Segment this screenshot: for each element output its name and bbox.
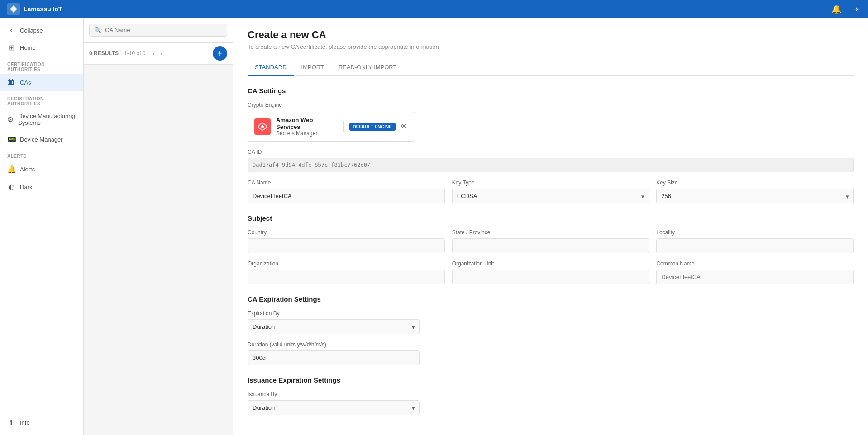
info-icon: ℹ (7, 418, 15, 427)
locality-label: Locality (656, 229, 854, 236)
state-label: State / Province (452, 229, 649, 236)
country-label: Country (248, 229, 445, 236)
logo-text: Lamassu IoT (24, 5, 62, 13)
duration-input[interactable] (248, 350, 420, 365)
issuance-by-select[interactable]: Duration Date (248, 400, 420, 415)
sidebar-item-alerts[interactable]: 🔔 Alerts (0, 161, 83, 178)
search-input[interactable] (105, 27, 222, 33)
country-field: Country (248, 229, 445, 253)
ca-id-field: CA ID 9ad17af4-9d94-4dfc-8b7c-f81bc7762e… (248, 149, 854, 172)
sidebar-item-info[interactable]: ℹ Info (0, 414, 83, 431)
layout: ‹ Collapse ⊞ Home Certification Authorit… (0, 18, 868, 435)
key-size-select[interactable]: 256 384 521 (656, 189, 854, 203)
search-icon: 🔍 (94, 27, 101, 33)
ca-id-value: 9ad17af4-9d94-4dfc-8b7c-f81bc7762e07 (248, 158, 854, 172)
key-type-select-wrapper: ECDSA RSA (452, 189, 649, 203)
view-engine-button[interactable]: 👁 (401, 123, 408, 131)
search-add-row: 0 RESULTS 1-10 of 0 ‹ › + (84, 43, 233, 65)
main-content: Create a new CA To create a new CA certi… (233, 18, 868, 435)
sidebar-item-device-mgr[interactable]: 📟 Device Manager (0, 131, 83, 148)
dark-mode-icon: ◐ (7, 183, 15, 191)
sidebar-bottom: ℹ Info (0, 410, 83, 435)
expiration-by-select[interactable]: Duration Date (248, 319, 420, 334)
tab-import[interactable]: IMPORT (294, 59, 331, 76)
expiration-by-label: Expiration By (248, 310, 420, 317)
organization-input[interactable] (248, 270, 445, 284)
chevron-left-icon: ‹ (7, 26, 15, 34)
sidebar-alerts-label: Alerts (20, 166, 35, 173)
sidebar-item-cas[interactable]: 🏛 CAs (0, 74, 83, 91)
org-unit-label: Organization Unit (452, 260, 649, 267)
pagination-info: 1-10 of 0 (124, 50, 145, 57)
sidebar-item-dark[interactable]: ◐ Dark (0, 178, 83, 196)
org-unit-input[interactable] (452, 270, 649, 284)
expiration-by-field: Expiration By Duration Date (248, 310, 420, 334)
subject-title: Subject (248, 214, 854, 222)
key-size-field: Key Size 256 384 521 (656, 180, 854, 203)
issuance-by-field: Issuance By Duration Date (248, 391, 420, 415)
tabs: STANDARD IMPORT READ-ONLY IMPORT (248, 59, 854, 76)
engine-name: Amazon Web Services (276, 117, 338, 130)
results-count: 0 RESULTS (89, 50, 119, 57)
middle-panel: 🔍 0 RESULTS 1-10 of 0 ‹ › + (84, 18, 233, 435)
crypto-engine-label: Crypto Engine (248, 102, 854, 108)
common-name-field: Common Name (656, 260, 854, 284)
locality-input[interactable] (656, 238, 854, 253)
home-icon: ⊞ (7, 43, 15, 52)
key-type-field: Key Type ECDSA RSA (452, 180, 649, 203)
expiration-by-select-wrapper: Duration Date (248, 319, 420, 334)
key-size-label: Key Size (656, 180, 854, 186)
topbar-actions: 🔔 ⇥ (830, 2, 861, 16)
topbar: Lamassu IoT 🔔 ⇥ (0, 0, 868, 18)
key-type-select[interactable]: ECDSA RSA (452, 189, 649, 203)
sidebar-device-mgr-label: Device Manager (20, 136, 63, 143)
collapse-label: Collapse (20, 27, 43, 34)
tab-standard[interactable]: STANDARD (248, 59, 294, 76)
key-size-select-wrapper: 256 384 521 (656, 189, 854, 203)
sidebar-info-label: Info (20, 419, 30, 426)
ca-name-input[interactable] (248, 189, 445, 203)
engine-divider (343, 121, 344, 132)
sidebar-dark-label: Dark (20, 184, 32, 190)
crypto-engine-box: Amazon Web Services Secrets Manager DEFA… (248, 112, 415, 142)
device-mgr-icon: 📟 (7, 135, 15, 144)
issuance-by-label: Issuance By (248, 391, 420, 397)
page-title: Create a new CA (248, 29, 854, 41)
logout-button[interactable]: ⇥ (850, 2, 861, 16)
default-engine-badge: DEFAULT ENGINE (349, 123, 396, 131)
subject-row-1: Country State / Province Locality (248, 229, 854, 253)
svg-point-1 (12, 7, 15, 11)
common-name-label: Common Name (656, 260, 854, 267)
org-unit-field: Organization Unit (452, 260, 649, 284)
add-ca-button[interactable]: + (213, 46, 227, 61)
sidebar-item-device-mfg[interactable]: ⚙ Device Manufacturing Systems (0, 108, 83, 131)
tab-readonly-import[interactable]: READ-ONLY IMPORT (331, 59, 404, 76)
ca-expiration-section: CA Expiration Settings (248, 295, 854, 303)
subject-row-2: Organization Organization Unit Common Na… (248, 260, 854, 284)
ca-settings-title: CA Settings (248, 87, 854, 95)
logo: Lamassu IoT (7, 3, 62, 15)
reg-auth-section-label: Registration Authorities (0, 91, 83, 108)
alerts-icon: 🔔 (7, 165, 15, 174)
sidebar-cas-label: CAs (20, 79, 31, 86)
collapse-button[interactable]: ‹ Collapse (0, 22, 83, 39)
issuance-by-select-wrapper: Duration Date (248, 400, 420, 415)
notifications-button[interactable]: 🔔 (830, 2, 843, 16)
prev-page-button[interactable]: ‹ (151, 49, 157, 58)
engine-sub: Secrets Manager (276, 130, 338, 137)
ca-expiration-title: CA Expiration Settings (248, 295, 854, 303)
ca-name-row: CA Name Key Type ECDSA RSA Key Size 256 (248, 180, 854, 203)
sidebar-item-home[interactable]: ⊞ Home (0, 39, 83, 57)
state-input[interactable] (452, 238, 649, 253)
country-input[interactable] (248, 238, 445, 253)
locality-field: Locality (656, 229, 854, 253)
results-info: 0 RESULTS 1-10 of 0 ‹ › (89, 49, 164, 58)
pagination-buttons: ‹ › (151, 49, 164, 58)
common-name-input[interactable] (656, 270, 854, 284)
search-wrapper[interactable]: 🔍 (89, 24, 227, 37)
duration-label: Duration (valid units y/w/d/h/m/s) (248, 341, 420, 348)
cas-icon: 🏛 (7, 78, 15, 86)
next-page-button[interactable]: › (158, 49, 164, 58)
subject-section: Subject (248, 214, 854, 222)
ca-name-label: CA Name (248, 180, 445, 186)
